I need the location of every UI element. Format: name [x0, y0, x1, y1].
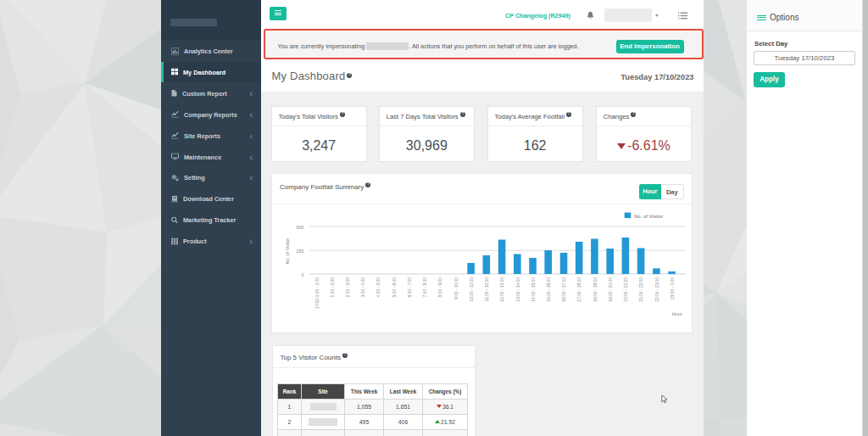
- svg-text:4:00 - 5:00: 4:00 - 5:00: [376, 277, 381, 298]
- svg-text:3:00 - 4:00: 3:00 - 4:00: [361, 277, 365, 298]
- svg-text:No. of Visitor: No. of Visitor: [634, 214, 663, 219]
- svg-text:16:00 - 17:00: 16:00 - 17:00: [562, 277, 566, 302]
- svg-text:Hour: Hour: [671, 311, 682, 316]
- svg-text:No. of Visitor: No. of Visitor: [285, 238, 290, 264]
- svg-text:13:00 - 14:00: 13:00 - 14:00: [516, 277, 520, 302]
- svg-text:11:00 - 12:00: 11:00 - 12:00: [485, 277, 489, 302]
- svg-text:6:00 - 7:00: 6:00 - 7:00: [408, 277, 412, 298]
- svg-text:22:00 - 23:00: 22:00 - 23:00: [655, 277, 659, 302]
- svg-text:20:00 - 21:00: 20:00 - 21:00: [624, 277, 628, 302]
- svg-text:8:00 - 9:00: 8:00 - 9:00: [438, 277, 442, 298]
- svg-text:0: 0: [302, 272, 304, 277]
- svg-text:21:00 - 22:00: 21:00 - 22:00: [639, 277, 643, 302]
- svg-text:250: 250: [297, 249, 304, 254]
- svg-text:19:00 - 20:00: 19:00 - 20:00: [609, 277, 613, 302]
- svg-text:7:00 - 8:00: 7:00 - 8:00: [423, 277, 427, 298]
- svg-text:10:00 - 11:00: 10:00 - 11:00: [470, 277, 474, 302]
- svg-text:17/10 0:00 - 1:00: 17/10 0:00 - 1:00: [315, 277, 320, 309]
- svg-text:15:00 - 16:00: 15:00 - 16:00: [547, 277, 551, 302]
- svg-text:17:00 - 18:00: 17:00 - 18:00: [577, 277, 581, 302]
- svg-text:12:00 - 13:00: 12:00 - 13:00: [500, 277, 504, 302]
- svg-text:5:00 - 6:00: 5:00 - 6:00: [392, 277, 397, 298]
- svg-text:2:00 - 3:00: 2:00 - 3:00: [346, 277, 350, 298]
- svg-text:23:00 - 0:00: 23:00 - 0:00: [670, 277, 675, 299]
- svg-text:9:00 - 10:00: 9:00 - 10:00: [454, 277, 459, 299]
- svg-text:18:00 - 19:00: 18:00 - 19:00: [593, 277, 598, 302]
- svg-text:500: 500: [297, 225, 304, 230]
- svg-text:1:00 - 2:00: 1:00 - 2:00: [331, 277, 335, 298]
- svg-text:14:00 - 15:00: 14:00 - 15:00: [531, 277, 536, 302]
